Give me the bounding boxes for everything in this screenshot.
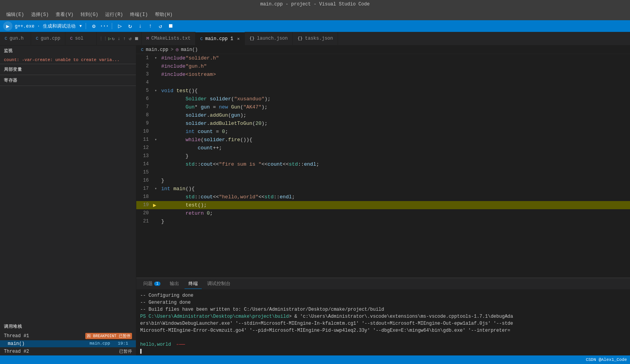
thread-1[interactable]: Thread #1 因 BREAKPOINT 已暂停 [0, 332, 136, 340]
breadcrumb-symbol: main() [181, 47, 198, 52]
thread-1-label: Thread #1 [4, 333, 29, 339]
tab-label-gun-h: gun.h [10, 36, 24, 41]
tab-cmakelists[interactable]: M CMakeLists.txt [142, 32, 195, 45]
tab-tasks-json[interactable]: {} tasks.json [293, 32, 338, 45]
debug-stepinto-btn[interactable]: ↓ [136, 22, 144, 30]
terminal-cursor: ▌ [140, 349, 143, 354]
watch-error: count: -var-create: unable to create var… [0, 56, 136, 64]
menu-view[interactable]: 查看(V) [53, 10, 77, 19]
panel-tab-terminal-label: 终端 [188, 280, 198, 287]
code-line-21: 21 } [136, 217, 630, 226]
stack-frame-main[interactable]: main() main.cpp 19:1 [0, 340, 136, 347]
terminal-content[interactable]: -- Configuring done -- Generating done -… [136, 290, 630, 355]
menu-goto[interactable]: 转到(G) [77, 10, 102, 19]
debug-more-btn[interactable]: ··· [100, 22, 108, 30]
code-line-14: 14 std::cout<<"fire sum is "<<count<<std… [136, 160, 630, 168]
code-line-1: 1 ▾ #include"solider.h" [136, 54, 630, 62]
tab-label-cmake: CMakeLists.txt [151, 36, 191, 41]
debug-stop-btn[interactable]: ⏹ [167, 22, 174, 30]
code-line-3: 3 #include<iostream> [136, 70, 630, 79]
registers-header: 寄存器 [0, 75, 136, 86]
line-content-1: #include"solider.h" [160, 54, 630, 62]
line-content-18: std::cout<<"hello,world"<<std::endl; [160, 193, 630, 201]
tab-main-cpp[interactable]: C main.cpp 1 ✕ [195, 32, 245, 45]
line-content-17: int main(){ [160, 185, 630, 193]
line-content-2: #include"gun.h" [160, 62, 630, 70]
terminal-line-4: PS C:\Users\Administrator\Desktop\cmake\… [140, 313, 626, 320]
tab-label-gun-cpp: gun.cpp [41, 36, 60, 41]
debug-play-btn[interactable]: ▶ [3, 21, 12, 31]
tab-launch-json[interactable]: {} launch.json [245, 32, 293, 45]
problems-badge: 1 [154, 282, 160, 286]
terminal-line-blank [140, 334, 626, 341]
tab-close-main[interactable]: ✕ [237, 36, 240, 41]
watch-section: 监视 count: -var-create: unable to create … [0, 46, 136, 64]
line-num-18: 18 [136, 193, 152, 201]
tab-label-launch: launch.json [257, 36, 288, 41]
code-editor[interactable]: 1 ▾ #include"solider.h" 2 #include"gun.h… [136, 54, 630, 278]
terminal-line-1: -- Configuring done [140, 292, 626, 299]
tab-label-main: main.cpp 1 [205, 36, 233, 42]
debug-stepover-btn[interactable]: ↻ [126, 22, 134, 30]
left-panel: 监视 count: -var-create: unable to create … [0, 46, 136, 355]
line-gutter-7 [152, 103, 160, 111]
line-content-20: return 0; [160, 209, 630, 217]
title-bar: main.cpp - project - Visual Studio Code [0, 0, 630, 9]
code-line-4: 4 [136, 79, 630, 87]
panel-tab-bar: 问题 1 输出 终端 调试控制台 [136, 278, 630, 290]
line-gutter-20 [152, 209, 160, 217]
breadcrumb-symbol-icon: ◎ [176, 47, 178, 52]
panel-tab-problems[interactable]: 问题 1 [139, 279, 164, 289]
code-line-17: 17 ▾ int main(){ [136, 185, 630, 193]
panel-tab-output[interactable]: 输出 [166, 279, 183, 289]
line-content-16: } [160, 177, 630, 185]
debug-restart-btn[interactable]: ↺ [157, 22, 164, 30]
panel-tab-terminal[interactable]: 终端 [185, 279, 202, 289]
menu-terminal[interactable]: 终端(I) [127, 10, 151, 19]
thread-1-badge: 因 BREAKPOINT 已暂停 [85, 333, 132, 339]
fold-arrow-1[interactable]: ▾ [155, 54, 157, 62]
debug-label: g++.exe · 生成和调试活动 [15, 23, 76, 30]
tab-gun-h[interactable]: C gun.h [0, 32, 31, 45]
menu-edit[interactable]: 编辑(E) [3, 10, 27, 19]
line-num-13: 13 [136, 152, 152, 160]
line-content-4 [160, 79, 630, 87]
line-gutter-8 [152, 111, 160, 119]
locals-header: 局部变量 [0, 64, 136, 75]
code-line-2: 2 #include"gun.h" [136, 62, 630, 70]
menu-run[interactable]: 运行(R) [102, 10, 126, 19]
tab-gun-cpp[interactable]: C gun.cpp [31, 32, 65, 45]
line-gutter-16 [152, 177, 160, 185]
panel-tab-debug-console[interactable]: 调试控制台 [203, 279, 234, 289]
debug-separator [86, 23, 86, 29]
debug-stepout-btn[interactable]: ↑ [146, 22, 154, 30]
line-num-15: 15 [136, 168, 152, 177]
fold-arrow-11[interactable]: ▾ [155, 136, 157, 144]
debug-settings-btn[interactable]: ⚙ [90, 22, 98, 30]
line-gutter-4 [152, 79, 160, 87]
tab-icon-gun-h: C [5, 36, 7, 41]
title-text: main.cpp - project - Visual Studio Code [260, 2, 370, 7]
debug-continue-btn[interactable]: ▷ [116, 22, 124, 30]
line-num-8: 8 [136, 111, 152, 119]
status-csdn: CSDN @Alex1_Code [586, 357, 627, 362]
locals-section: 局部变量 [0, 64, 136, 75]
line-gutter-11: ▾ [152, 136, 160, 144]
line-num-21: 21 [136, 217, 152, 226]
menu-help[interactable]: 帮助(H) [152, 10, 176, 19]
line-num-3: 3 [136, 70, 152, 79]
bottom-panel: 问题 1 输出 终端 调试控制台 -- Configuring done -- … [136, 278, 630, 355]
line-num-7: 7 [136, 103, 152, 111]
code-line-18: 18 std::cout<<"hello,world"<<std::endl; [136, 193, 630, 201]
tab-bar: C gun.h C gun.cpp C sol ⋮⋮ ▷ ↻ ↓ ↑ ↺ ⏹ M… [0, 32, 630, 46]
line-content-8: solider.addGun(gun); [160, 111, 630, 119]
tab-sol[interactable]: C sol [65, 32, 97, 45]
debug-ctrl-icons: ↻ ↓ ↑ ↺ ⏹ [112, 36, 139, 42]
code-line-10: 10 int count = 0; [136, 128, 630, 136]
callstack-header: 调用堆栈 [0, 321, 136, 332]
thread-2[interactable]: Thread #2 已暂停 [0, 347, 136, 355]
menu-select[interactable]: 选择(S) [28, 10, 52, 19]
code-line-16: 16 } [136, 177, 630, 185]
fold-arrow-17[interactable]: ▾ [155, 185, 157, 193]
fold-arrow-5[interactable]: ▾ [155, 87, 157, 95]
